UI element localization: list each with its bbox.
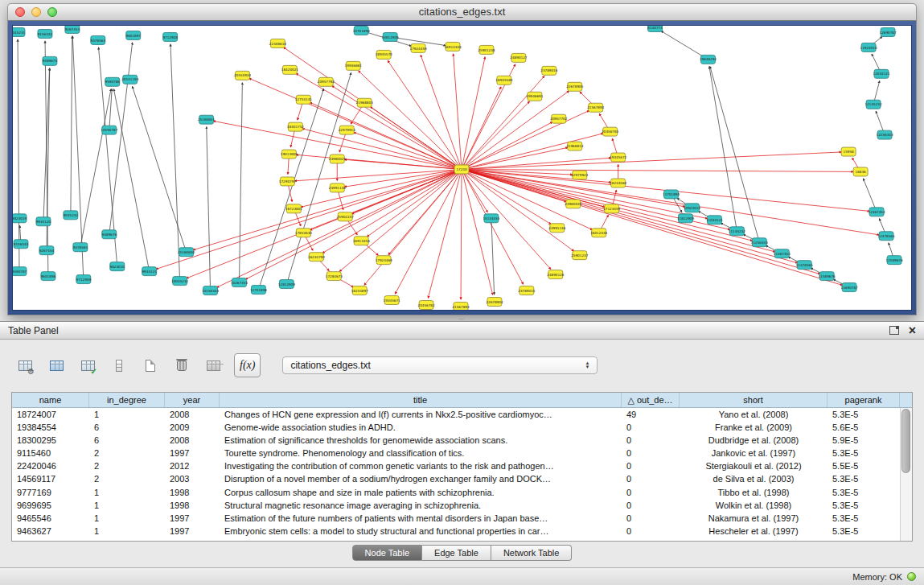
change-table-mode-button[interactable]: ⚙ — [14, 355, 35, 376]
network-node[interactable]: 11367454 — [774, 249, 791, 258]
column-header-in_degree[interactable]: in_degree — [89, 393, 165, 407]
network-node[interactable]: 9712908 — [162, 32, 178, 41]
column-header-pagerank[interactable]: pagerank — [827, 393, 900, 407]
network-node[interactable]: 9045231 — [13, 27, 26, 36]
network-node[interactable]: 17123459 — [603, 204, 620, 213]
network-node[interactable]: 10045232 — [171, 277, 188, 286]
network-node[interactable]: 24890126 — [547, 270, 564, 279]
network-node[interactable]: 22406618 — [269, 39, 286, 47]
network-edge[interactable] — [462, 122, 552, 170]
network-node[interactable]: 8130774 — [647, 26, 663, 31]
table-row[interactable]: 1830029562008Estimation of significance … — [12, 434, 912, 447]
scrollbar-thumb[interactable] — [901, 409, 910, 473]
network-node[interactable]: 10923010 — [684, 204, 700, 212]
table-row[interactable]: 1872400712008Changes of HCN gene express… — [12, 408, 912, 421]
network-edge[interactable] — [462, 57, 485, 170]
network-edge[interactable] — [462, 87, 501, 170]
network-node[interactable]: 9934121 — [142, 267, 157, 276]
network-node[interactable]: 9156342 — [38, 29, 53, 38]
network-node[interactable]: 11812909 — [677, 214, 694, 223]
network-node[interactable]: 18935570 — [376, 50, 392, 59]
column-header-title[interactable]: title — [220, 393, 622, 407]
window-titlebar[interactable]: citations_edges.txt — [7, 3, 917, 21]
import-table-file-button[interactable] — [203, 355, 224, 376]
network-node[interactable]: 22979914 — [339, 126, 355, 134]
network-node[interactable]: 12034121 — [873, 69, 890, 78]
network-edge[interactable] — [344, 159, 462, 169]
network-edge[interactable] — [322, 169, 462, 253]
network-node[interactable]: 25902247 — [337, 212, 354, 221]
network-node[interactable]: 20957702 — [550, 114, 567, 123]
network-node[interactable]: 10156343 — [202, 286, 219, 295]
delete-table-button[interactable] — [171, 355, 192, 376]
network-node[interactable]: 24991146 — [548, 224, 565, 233]
network-node[interactable]: 12701898 — [250, 286, 267, 295]
minimize-button[interactable] — [31, 7, 41, 17]
select-rows-button[interactable] — [109, 355, 129, 376]
network-node[interactable]: 17853630 — [295, 229, 312, 237]
network-node[interactable]: 10267454 — [231, 278, 248, 287]
network-node[interactable]: 24890127 — [510, 53, 527, 62]
network-node[interactable]: 9590786 — [105, 77, 121, 86]
table-row[interactable]: 946554611997Estimation of the future num… — [12, 512, 912, 525]
network-node[interactable]: 18234560 — [610, 179, 626, 187]
network-node[interactable]: 12690787 — [880, 27, 897, 36]
network-node[interactable]: 12589676 — [885, 256, 902, 265]
network-node[interactable]: 16913358 — [353, 237, 370, 245]
network-node[interactable]: 17290797 — [279, 177, 296, 186]
network-node[interactable]: 19648294 — [700, 55, 717, 64]
network-node[interactable]: 19013905 — [281, 150, 298, 159]
table-row[interactable]: 977716911998Corpus callosum shape and si… — [12, 486, 912, 499]
network-node[interactable]: 11478565 — [796, 261, 813, 270]
network-edge[interactable] — [421, 55, 462, 169]
show-columns-button[interactable] — [46, 355, 67, 376]
network-edge[interactable] — [462, 169, 573, 250]
network-node[interactable]: 9489676 — [102, 230, 117, 239]
network-node[interactable]: 9267454 — [39, 246, 55, 255]
network-node[interactable]: 16234790 — [308, 253, 325, 262]
tab-edge-table[interactable]: Edge Table — [422, 545, 491, 561]
network-node[interactable]: 9267453 — [65, 26, 80, 33]
network-node[interactable]: 11923010 — [860, 43, 877, 51]
network-node[interactable]: 23789015 — [518, 286, 535, 295]
network-node[interactable]: 12812909 — [278, 280, 295, 289]
network-node[interactable]: 16723801 — [285, 204, 302, 213]
network-node[interactable]: 21968803 — [356, 98, 373, 107]
network-node[interactable]: 24991136 — [329, 183, 346, 192]
network-node[interactable]: 12478565 — [878, 232, 895, 241]
zoom-button[interactable] — [47, 7, 57, 17]
network-node[interactable]: 10701898 — [353, 26, 370, 35]
network-edge[interactable] — [454, 54, 462, 170]
network-node[interactable]: 9601897 — [126, 31, 142, 39]
network-edge[interactable] — [296, 73, 462, 169]
network-node[interactable]: 18234897 — [351, 286, 368, 295]
network-node[interactable]: 19345672 — [610, 153, 626, 162]
network-edge[interactable] — [170, 44, 180, 281]
network-node[interactable]: 17240 — [454, 165, 469, 174]
network-edge[interactable] — [80, 89, 111, 248]
table-row[interactable]: 911546021997Tourette syndrome. Phenomeno… — [12, 447, 912, 459]
network-edge[interactable] — [462, 169, 853, 171]
network-node[interactable]: 12753141 — [295, 95, 312, 104]
network-node[interactable]: 9712909 — [76, 275, 92, 284]
network-edge[interactable] — [71, 36, 72, 215]
network-edge[interactable] — [462, 169, 493, 295]
network-edge[interactable] — [462, 169, 843, 285]
table-row[interactable]: 1456911722003Disruption of a novel membe… — [12, 472, 912, 485]
network-edge[interactable] — [462, 147, 568, 169]
new-table-button[interactable] — [140, 355, 161, 376]
close-button[interactable] — [15, 7, 25, 17]
table-row[interactable]: 969969511998Structural magnetic resonanc… — [12, 499, 912, 512]
network-edge[interactable] — [462, 76, 544, 170]
network-node[interactable]: 19946691 — [526, 92, 543, 101]
network-node[interactable]: 23980035 — [565, 200, 581, 208]
network-node[interactable]: 20957792 — [318, 77, 335, 86]
network-node[interactable]: 25901238 — [478, 45, 495, 54]
network-node[interactable]: 9601898 — [41, 272, 56, 281]
network-node[interactable]: 9378564 — [91, 35, 106, 44]
table-scrollbar[interactable] — [900, 408, 912, 541]
network-node[interactable]: 18935580 — [495, 76, 512, 84]
network-node[interactable]: 10812909 — [382, 32, 399, 41]
float-panel-icon[interactable] — [889, 326, 899, 335]
network-node[interactable]: 9823019 — [13, 214, 27, 223]
